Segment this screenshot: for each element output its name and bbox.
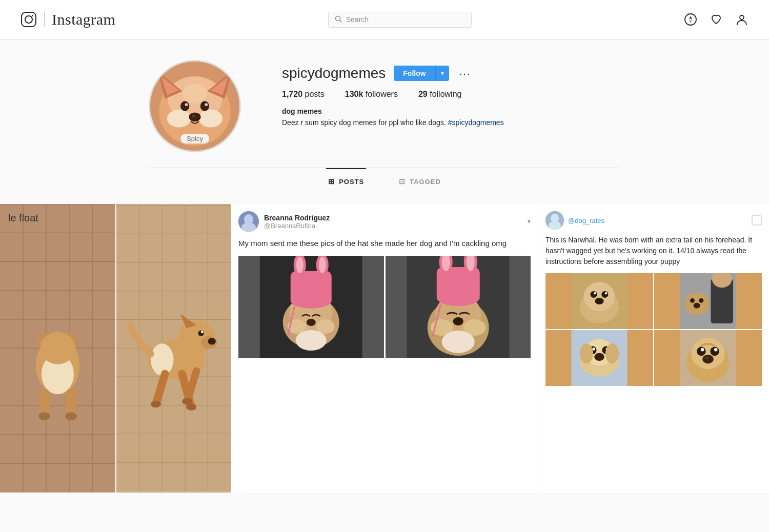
svg-point-45 — [38, 412, 50, 420]
profile-username: spicydogmemes — [282, 65, 386, 81]
svg-point-120 — [595, 298, 603, 304]
svg-point-119 — [605, 292, 607, 294]
follow-dropdown-button[interactable]: ▾ — [435, 66, 449, 81]
profile-info: spicydogmemes Follow ▾ ··· 1,720 posts 1… — [282, 60, 620, 127]
svg-point-92 — [296, 257, 303, 273]
svg-point-70 — [198, 331, 204, 336]
svg-rect-44 — [66, 388, 76, 415]
svg-point-24 — [183, 84, 207, 104]
avatar-label: Spicy — [180, 134, 209, 144]
svg-point-137 — [605, 343, 619, 363]
dog-hat-left-image — [238, 256, 384, 358]
hashtag-link[interactable]: #spicydogmemes — [448, 118, 504, 127]
card-user-info: Breanna Rodriguez @BreannaRufina — [264, 214, 528, 230]
svg-point-46 — [65, 412, 77, 420]
svg-point-101 — [453, 317, 463, 325]
svg-point-116 — [591, 291, 597, 298]
tweet-avatar — [238, 211, 259, 232]
svg-line-4 — [339, 20, 341, 22]
tweet-images — [238, 256, 531, 358]
svg-point-142 — [710, 347, 719, 356]
puppy-img-4 — [654, 330, 762, 386]
svg-point-75 — [151, 401, 161, 407]
followers-stat: 130k followers — [345, 90, 398, 99]
svg-point-21 — [205, 103, 208, 106]
search-area: Search — [136, 12, 663, 28]
dog-running-right-image — [115, 204, 231, 493]
svg-point-125 — [690, 298, 695, 303]
svg-point-19 — [200, 101, 209, 111]
tagged-icon: ⊡ — [399, 177, 406, 186]
narwhal-puppy-images — [545, 273, 762, 386]
header-icons — [684, 13, 748, 26]
tagged-tab-label: TAGGED — [410, 178, 441, 186]
heart-icon[interactable] — [710, 13, 723, 26]
dog-rates-avatar — [545, 211, 564, 230]
profile-avatar: Spicy — [149, 60, 241, 152]
app-header: Instagram Search — [0, 0, 769, 39]
svg-point-118 — [594, 292, 596, 294]
card-right: @dog_rates This is Narwhal. He was born … — [538, 204, 769, 493]
svg-point-144 — [714, 348, 718, 352]
svg-point-145 — [702, 355, 714, 363]
svg-point-126 — [699, 298, 704, 303]
svg-marker-7 — [689, 19, 692, 23]
svg-point-117 — [601, 291, 608, 298]
card-left-caption: le float — [8, 212, 38, 224]
tab-posts[interactable]: ⊞ POSTS — [326, 168, 366, 193]
profile-header: Spicy spicydogmemes Follow ▾ ··· 1,720 p… — [149, 60, 620, 152]
svg-point-2 — [32, 15, 33, 16]
svg-rect-43 — [39, 388, 50, 415]
posts-tab-label: POSTS — [339, 178, 364, 186]
dog-running-left-image — [0, 204, 115, 493]
content-strip: le float — [0, 204, 769, 493]
followers-count: 130k — [345, 90, 363, 98]
svg-marker-6 — [689, 16, 692, 19]
logo-text: Instagram — [52, 11, 115, 28]
following-stat: 29 following — [418, 90, 462, 99]
svg-point-86 — [316, 319, 335, 334]
svg-point-1 — [25, 16, 32, 23]
svg-point-69 — [208, 338, 216, 344]
svg-rect-89 — [291, 271, 332, 304]
svg-rect-0 — [22, 12, 36, 27]
person-icon[interactable] — [735, 13, 748, 26]
card-middle: Breanna Rodriguez @BreannaRufina ▾ My mo… — [231, 204, 538, 493]
dog-rates-handle: @dog_rates — [568, 217, 604, 224]
follow-button[interactable]: Follow — [394, 66, 435, 81]
profile-avatar-wrap: Spicy — [149, 60, 241, 152]
card-left-images — [0, 204, 231, 493]
posts-stat: 1,720 posts — [282, 90, 325, 99]
posts-grid-icon: ⊞ — [328, 177, 335, 186]
card-right-checkbox[interactable] — [752, 215, 762, 226]
instagram-icon — [21, 11, 37, 28]
svg-point-87 — [307, 319, 316, 326]
svg-point-66 — [151, 343, 174, 375]
svg-point-93 — [319, 257, 326, 273]
more-options-button[interactable]: ··· — [457, 68, 473, 79]
tweet-text: My mom sent me these pics of the hat she… — [238, 238, 531, 250]
tab-tagged[interactable]: ⊡ TAGGED — [397, 168, 443, 193]
svg-point-23 — [192, 114, 196, 117]
svg-point-146 — [705, 357, 709, 359]
svg-point-115 — [583, 282, 615, 311]
svg-point-140 — [691, 338, 724, 369]
follow-btn-group: Follow ▾ — [394, 66, 449, 81]
dog-hat-right-image — [386, 256, 531, 358]
svg-point-20 — [185, 103, 188, 106]
svg-point-16 — [167, 110, 191, 128]
search-box[interactable]: Search — [328, 12, 472, 28]
tweet-handle: @BreannaRufina — [264, 222, 528, 230]
posts-label: posts — [305, 90, 325, 98]
compass-icon[interactable] — [684, 13, 697, 26]
tweet-username: Breanna Rodriguez — [264, 214, 528, 222]
svg-point-136 — [580, 343, 593, 363]
card-right-header: @dog_rates — [545, 211, 762, 230]
profile-bio: Deez r sum spicy dog memes for ppl who l… — [282, 118, 620, 127]
svg-point-71 — [201, 331, 203, 333]
followers-label: followers — [366, 90, 398, 98]
logo-area: Instagram — [21, 11, 115, 28]
svg-point-5 — [685, 14, 696, 25]
username-row: spicydogmemes Follow ▾ ··· — [282, 65, 620, 81]
following-count: 29 — [418, 90, 428, 98]
